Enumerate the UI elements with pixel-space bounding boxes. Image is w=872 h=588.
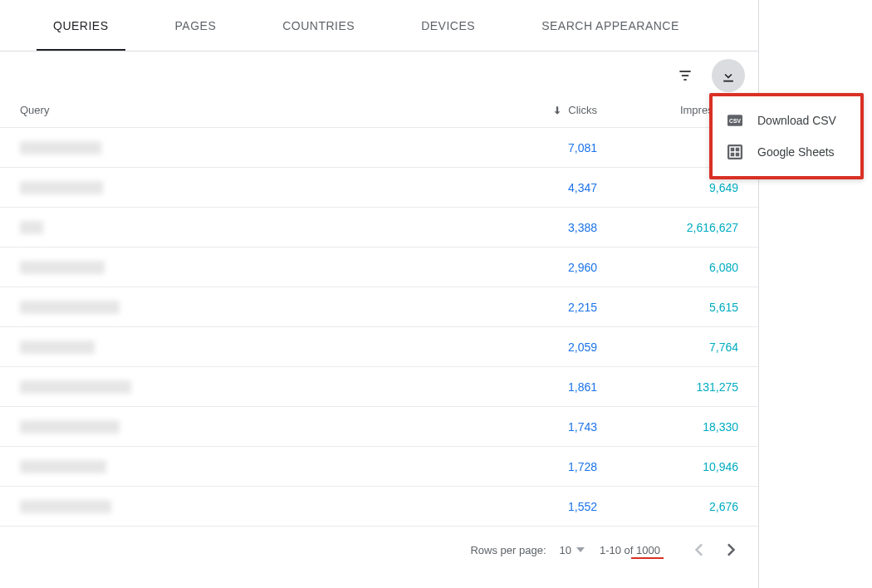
redacted-query — [20, 261, 105, 274]
download-button[interactable] — [712, 59, 745, 92]
chevron-down-icon — [576, 547, 585, 552]
query-cell — [20, 500, 481, 513]
clicks-cell: 4,347 — [481, 181, 597, 194]
filter-button[interactable] — [669, 59, 702, 92]
impressions-cell: 10,946 — [597, 460, 738, 473]
clicks-cell: 1,861 — [481, 380, 597, 394]
impressions-cell: 18,330 — [597, 420, 738, 434]
download-menu: CSV Download CSV Google Sheets — [709, 93, 864, 179]
tabs-bar: QUERIESPAGESCOUNTRIESDEVICESSEARCH APPEA… — [0, 0, 758, 51]
table-row[interactable]: 2,0597,764 — [0, 327, 758, 367]
clicks-cell: 7,081 — [481, 141, 597, 154]
page-nav — [685, 537, 745, 563]
impressions-cell: 5,615 — [597, 301, 738, 314]
clicks-cell: 2,960 — [481, 261, 597, 274]
clicks-cell: 2,059 — [481, 341, 597, 354]
clicks-cell: 1,728 — [481, 460, 597, 473]
column-label: Query — [20, 104, 49, 116]
redacted-query — [20, 500, 111, 513]
query-cell — [20, 380, 481, 394]
sort-descending-icon — [551, 105, 563, 116]
table-row[interactable]: 7,0811 — [0, 128, 758, 168]
next-page-button[interactable] — [718, 537, 745, 563]
table-row[interactable]: 1,72810,946 — [0, 447, 758, 487]
page-range: 1-10 of 1000 — [600, 544, 660, 556]
chevron-right-icon — [727, 543, 736, 556]
menu-item-label: Download CSV — [757, 114, 836, 127]
tab-search-appearance[interactable]: SEARCH APPEARANCE — [525, 1, 696, 51]
redacted-query — [20, 141, 101, 154]
page-range-prefix: 1-10 of — [600, 544, 636, 556]
query-cell — [20, 341, 481, 354]
column-header-query[interactable]: Query — [20, 104, 481, 116]
google-sheets-icon — [727, 145, 742, 159]
table-row[interactable]: 1,861131,275 — [0, 367, 758, 407]
rows-per-page-label: Rows per page: — [470, 544, 546, 556]
clicks-cell: 2,215 — [481, 301, 597, 314]
tab-devices[interactable]: DEVICES — [404, 1, 492, 51]
clicks-cell: 3,388 — [481, 221, 597, 234]
redacted-query — [20, 181, 103, 194]
download-icon — [720, 67, 737, 84]
menu-item-label: Google Sheets — [757, 145, 835, 159]
table-header: Query Clicks Impressions — [0, 93, 758, 128]
rows-per-page-select[interactable]: 10 — [560, 544, 585, 556]
impressions-cell: 131,275 — [597, 380, 738, 394]
redacted-query — [20, 301, 120, 314]
tab-queries[interactable]: QUERIES — [37, 1, 125, 51]
menu-item-google-sheets[interactable]: Google Sheets — [713, 136, 860, 168]
query-cell — [20, 181, 481, 194]
query-cell — [20, 221, 481, 234]
query-cell — [20, 141, 481, 154]
impressions-cell: 6,080 — [597, 261, 738, 274]
table-row[interactable]: 1,5522,676 — [0, 487, 758, 527]
clicks-cell: 1,743 — [481, 420, 597, 434]
query-cell — [20, 460, 481, 473]
pagination: Rows per page: 10 1-10 of 1000 — [0, 527, 758, 573]
column-header-clicks[interactable]: Clicks — [481, 104, 597, 116]
filter-icon — [677, 67, 693, 84]
table-row[interactable]: 3,3882,616,627 — [0, 208, 758, 247]
data-table: Query Clicks Impressions 7,08114,3479,64… — [0, 93, 758, 527]
clicks-cell: 1,552 — [481, 500, 597, 513]
prev-page-button[interactable] — [685, 537, 712, 563]
csv-icon: CSV — [727, 113, 742, 128]
query-cell — [20, 420, 481, 434]
query-cell — [20, 301, 481, 314]
impressions-cell: 9,649 — [597, 181, 738, 194]
rows-per-page-value: 10 — [560, 544, 571, 556]
annotation-underline — [631, 557, 664, 559]
redacted-query — [20, 460, 106, 473]
menu-item-download-csv[interactable]: CSV Download CSV — [713, 105, 860, 136]
table-row[interactable]: 2,9606,080 — [0, 247, 758, 287]
redacted-query — [20, 380, 131, 394]
table-row[interactable]: 4,3479,649 — [0, 168, 758, 208]
svg-text:CSV: CSV — [729, 118, 741, 124]
tab-pages[interactable]: PAGES — [159, 1, 233, 51]
table-row[interactable]: 1,74318,330 — [0, 407, 758, 447]
query-cell — [20, 261, 481, 274]
redacted-query — [20, 420, 120, 434]
table-row[interactable]: 2,2155,615 — [0, 287, 758, 327]
column-label: Clicks — [568, 104, 597, 116]
chevron-left-icon — [694, 543, 703, 556]
impressions-cell: 7,764 — [597, 341, 738, 354]
page-range-total: 1000 — [636, 544, 660, 556]
tab-countries[interactable]: COUNTRIES — [266, 1, 371, 51]
impressions-cell: 2,676 — [597, 500, 738, 513]
impressions-cell: 2,616,627 — [597, 221, 738, 234]
redacted-query — [20, 341, 95, 354]
rows-per-page: Rows per page: 10 — [470, 544, 585, 556]
table-toolbar — [0, 51, 758, 93]
redacted-query — [20, 221, 43, 234]
